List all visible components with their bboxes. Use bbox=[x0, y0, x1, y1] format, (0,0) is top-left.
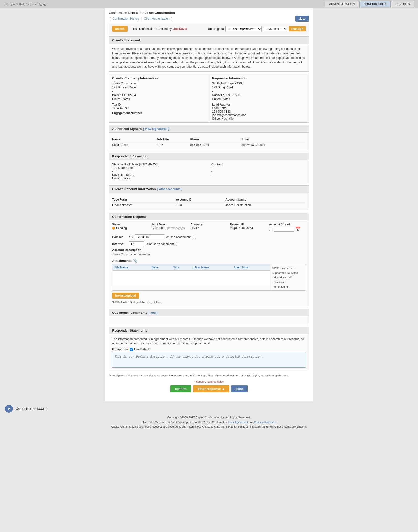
reassign-button[interactable]: reassign bbox=[289, 26, 306, 31]
patents-text: Capital Confirmation's business processe… bbox=[5, 424, 413, 429]
signers-table: Name Job Title Phone Email Scott Brown C… bbox=[112, 137, 306, 147]
client-statement-section: Client's Statement We have provided to o… bbox=[109, 36, 309, 72]
unlock-button[interactable]: unlock bbox=[112, 26, 128, 32]
usd-note: *USD - United States of America, Dollars bbox=[112, 301, 306, 304]
status-label: Status bbox=[112, 223, 149, 226]
footer-brand: ➤ Confirmation.com bbox=[5, 405, 413, 413]
add-question-link[interactable]: [ add ] bbox=[149, 311, 158, 314]
use-default-checkbox[interactable] bbox=[130, 348, 133, 351]
confirmation-request-section: Confirmation Request Status Pending As o… bbox=[109, 213, 309, 306]
browse-upload-button[interactable]: browse/upload bbox=[112, 293, 139, 299]
bracket-close: ] bbox=[171, 17, 172, 20]
interest-input[interactable] bbox=[129, 241, 144, 247]
requestor-address2: - bbox=[212, 90, 306, 93]
account-closed-field: Account Closed 📅 bbox=[269, 223, 306, 232]
attachment-info-panel: 10MB max per file Supported File Types -… bbox=[270, 264, 306, 290]
currency-field: Currency USD * bbox=[191, 223, 227, 232]
questions-section: Questions / Comments [ add ] bbox=[109, 309, 309, 324]
other-accounts-link[interactable]: [ other accounts ] bbox=[157, 188, 182, 191]
attachments-heading: Attachments bbox=[112, 259, 132, 263]
tab-confirmation[interactable]: CONFIRMATION bbox=[359, 1, 391, 7]
signer-name: Scott Brown bbox=[112, 142, 156, 148]
paperclip-icon: 📎 bbox=[133, 259, 137, 263]
tab-administration[interactable]: ADMINISTRATION bbox=[325, 1, 359, 7]
pipe-sep: | bbox=[141, 17, 143, 20]
requestor-heading: Requestor Information bbox=[212, 76, 306, 80]
action-buttons: confirm other response ▲ close bbox=[109, 385, 309, 392]
reassign-area: Reassign to -- Select Department -- -- N… bbox=[208, 26, 306, 31]
page-footer: ➤ Confirmation.com Copyright ©2000-2017 … bbox=[0, 401, 418, 433]
interest-label: Interest: bbox=[112, 242, 127, 246]
currency-value: USD * bbox=[191, 226, 227, 230]
authorized-signers-section: Authorized Signers [ view signatures ] N… bbox=[109, 125, 309, 150]
bank-name: State Bank of Davis [FDIC 789456] bbox=[112, 163, 207, 166]
use-default-label[interactable]: Use Default bbox=[130, 348, 150, 351]
view-signatures-link[interactable]: [ view signatures ] bbox=[143, 127, 169, 131]
interest-attachment-checkbox[interactable] bbox=[176, 243, 179, 246]
account-info-header: Client's Account Information [ other acc… bbox=[109, 186, 309, 193]
logo-icon: ➤ bbox=[7, 406, 11, 411]
requestor-firm: Smith And Rogers CPA bbox=[212, 82, 306, 85]
account-table: Type/Form Account ID Account Name Financ… bbox=[112, 197, 306, 208]
status-value: Pending bbox=[112, 226, 149, 230]
as-of-date-field: As of Date 12/31/2016 (mm/dd/yyyy) bbox=[151, 223, 188, 232]
requestor-address1: 123 Song Road bbox=[212, 86, 306, 89]
col-usertype: User Type bbox=[232, 264, 270, 271]
balance-attachment-checkbox[interactable] bbox=[193, 236, 196, 239]
col-account-id: Account ID bbox=[176, 197, 225, 203]
responder-city-state: Davis, IL - 61019 bbox=[112, 173, 207, 177]
top-close-button[interactable]: close bbox=[295, 16, 309, 22]
responder-statements-heading: Responder Statements bbox=[109, 327, 309, 334]
col-type: Type/Form bbox=[112, 197, 176, 203]
account-closed-date[interactable] bbox=[274, 227, 294, 232]
file-type-1: - .doc .docx .pdf bbox=[272, 275, 304, 280]
clerk-select[interactable]: -- No Clerk -- bbox=[263, 26, 287, 31]
requestor-col: Requestor Information Smith And Rogers C… bbox=[209, 74, 309, 122]
signer-email: sbrown@123.abc bbox=[242, 142, 306, 148]
copyright-text: Copyright ©2000-2017 Capital Confirmatio… bbox=[5, 415, 413, 420]
user-agreement-link[interactable]: User Agreement bbox=[228, 421, 248, 424]
col-name: Name bbox=[112, 137, 156, 142]
col-date: Date bbox=[150, 264, 171, 271]
balance-input[interactable] bbox=[135, 234, 164, 240]
exceptions-textarea[interactable] bbox=[112, 353, 306, 368]
currency-label: Currency bbox=[191, 223, 227, 226]
col-size: Size bbox=[171, 264, 192, 271]
department-select[interactable]: -- Select Department -- bbox=[225, 26, 262, 31]
bottom-close-button[interactable]: close bbox=[231, 385, 247, 392]
client-name: Jones Construction bbox=[145, 11, 175, 15]
col-account-name: Account Name bbox=[225, 197, 306, 203]
page-title-bar: Confirmation Details For Jones Construct… bbox=[109, 11, 309, 15]
footer-legal: Copyright ©2000-2017 Capital Confirmatio… bbox=[5, 415, 413, 429]
responder-statements-section: Responder Statements The information pre… bbox=[109, 327, 309, 371]
confirm-button[interactable]: confirm bbox=[170, 385, 191, 392]
status-field: Status Pending bbox=[112, 223, 149, 232]
client-auth-link[interactable]: Client Authorization bbox=[144, 17, 169, 20]
tax-id-label: Tax ID bbox=[112, 103, 121, 106]
responder-statement-text: The information presented is in agreemen… bbox=[112, 337, 306, 346]
responder-section: Responder Information State Bank of Davi… bbox=[109, 153, 309, 183]
company-address2: - bbox=[112, 90, 206, 93]
contact2: - bbox=[211, 170, 306, 173]
calendar-icon[interactable]: 📅 bbox=[295, 226, 301, 232]
request-id-value: m0p45a2m0a2p4 bbox=[230, 226, 267, 230]
client-statement-text: We have provided to our accountants the … bbox=[112, 47, 306, 69]
privacy-link[interactable]: Privacy Statement bbox=[254, 421, 276, 424]
other-response-button[interactable]: other response ▲ bbox=[193, 385, 229, 392]
requestor-email: joe.zyz@confirmation.abc bbox=[212, 113, 246, 117]
col-filename: File Name bbox=[112, 264, 150, 271]
tab-reports[interactable]: REPORTS bbox=[391, 1, 414, 7]
status-dot-icon bbox=[112, 227, 115, 230]
balance-or-text: or, see attachment bbox=[166, 235, 191, 239]
company-name: Jones Construction bbox=[112, 82, 206, 85]
lead-auditor-label: Lead Auditor bbox=[212, 103, 246, 106]
use-text: Use of this Web site constitutes accepta… bbox=[5, 420, 413, 425]
file-type-3: - .bmp .jpg .tif bbox=[272, 284, 304, 289]
tax-id-value: 1234567890 bbox=[112, 106, 206, 110]
client-company-heading: Client's Company Information bbox=[112, 76, 206, 80]
account-desc-value: Jones Construction Inventory bbox=[112, 253, 306, 256]
confirmation-history-link[interactable]: Confirmation History bbox=[113, 17, 140, 20]
signer-row: Scott Brown CFO 555-555-1234 sbrown@123.… bbox=[112, 142, 306, 148]
signer-job-title: CFO bbox=[156, 142, 190, 148]
account-closed-checkbox[interactable] bbox=[269, 228, 272, 231]
